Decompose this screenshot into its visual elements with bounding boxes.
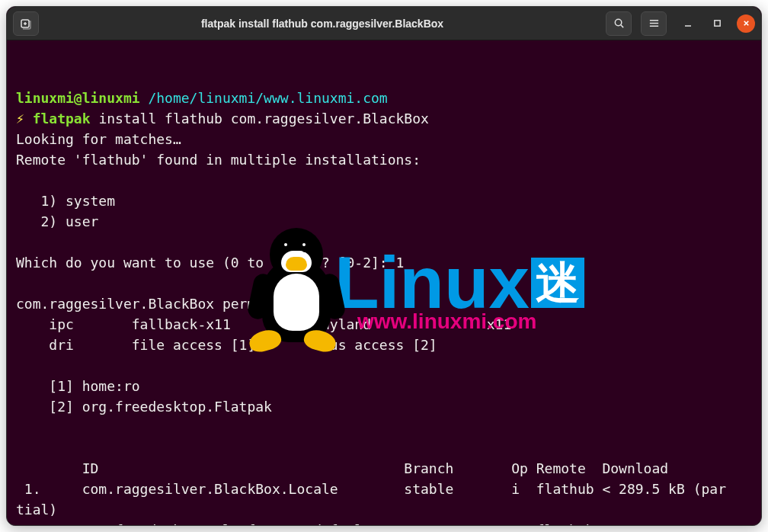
prompt-path: /home/linuxmi/www.linuxmi.com: [148, 90, 387, 106]
maximize-button[interactable]: [708, 14, 726, 33]
output-perms-row2: dri file access [1] dbus access [2]: [16, 337, 437, 353]
output-option2: 2) user: [16, 213, 98, 229]
titlebar-left: [13, 11, 39, 36]
table-row2: 2. org.freedesktop.Platform.GL.default 2…: [16, 522, 685, 526]
terminal-window: flatpak install flathub com.raggesilver.…: [6, 6, 762, 526]
prompt-user: linuxmi@linuxmi: [16, 90, 140, 106]
table-row1-cont: tial): [16, 502, 57, 518]
output-footnote1: [1] home:ro: [16, 378, 140, 394]
window-title: flatpak install flathub com.raggesilver.…: [39, 18, 606, 30]
minimize-button[interactable]: [679, 14, 697, 33]
blank-line: [16, 69, 24, 85]
output-perms-row1: ipc fallback-x11 wayland x11: [16, 316, 511, 332]
output-perms-header: com.raggesilver.BlackBox permissions:: [16, 296, 322, 312]
window-controls: [679, 14, 755, 33]
output-remote-found: Remote 'flathub' found in multiple insta…: [16, 152, 421, 168]
svg-point-1: [615, 19, 621, 25]
output-footnote2: [2] org.freedesktop.Flatpak: [16, 399, 272, 415]
command-name: flatpak: [33, 111, 91, 127]
menu-button[interactable]: [641, 11, 667, 36]
output-option1: 1) system: [16, 193, 115, 209]
close-button[interactable]: [737, 14, 755, 33]
titlebar: flatpak install flathub com.raggesilver.…: [7, 7, 761, 40]
output-looking: Looking for matches…: [16, 131, 181, 147]
table-header: ID Branch Op Remote Download: [16, 460, 668, 476]
terminal-content[interactable]: linuxmi@linuxmi /home/linuxmi/www.linuxm…: [7, 40, 761, 526]
table-row1: 1. com.raggesilver.BlackBox.Locale stabl…: [16, 481, 726, 497]
output-which-prompt: Which do you want to use (0 to abort)? […: [16, 255, 404, 271]
search-button[interactable]: [606, 11, 632, 36]
command-args: install flathub com.raggesilver.BlackBox: [98, 111, 428, 127]
prompt-symbol: ⚡: [16, 111, 24, 127]
new-tab-button[interactable]: [13, 11, 39, 36]
svg-rect-2: [714, 21, 719, 26]
titlebar-right: [606, 11, 755, 36]
